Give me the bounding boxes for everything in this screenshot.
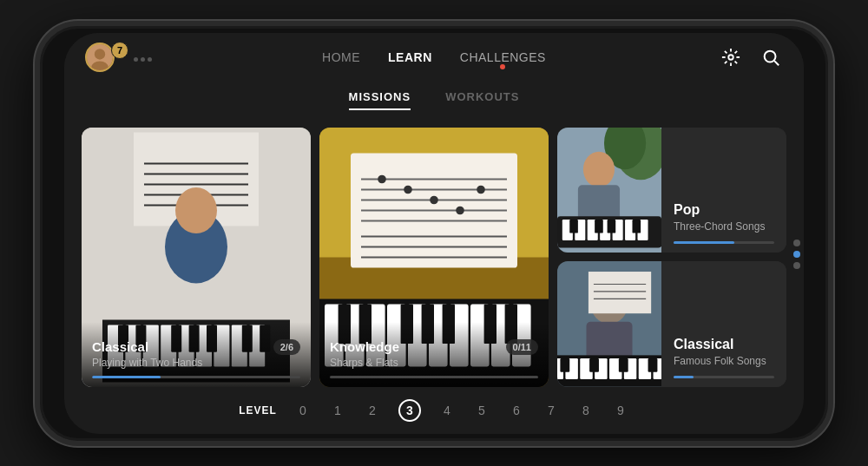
classical-folk-subtitle: Famous Folk Songs [674,355,774,367]
classical-folk-title: Classical [674,337,774,352]
svg-point-43 [378,174,386,183]
svg-point-46 [456,206,464,214]
device-wrapper: 7 HOME LEARN CHALLENGES [35,21,833,446]
pop-title: Pop [674,202,774,218]
card-subtitle: Playing with Two Hands [92,357,300,369]
svg-rect-82 [632,219,641,233]
svg-rect-86 [589,272,651,313]
header-dots [134,57,152,62]
level-6[interactable]: 6 [508,404,525,417]
search-icon[interactable] [759,45,783,69]
card-classical-folk[interactable]: Classical Famous Folk Songs [557,261,786,387]
content-tabs: MISSIONS WORKOUTS [64,82,804,119]
svg-point-4 [765,50,776,62]
avatar[interactable] [85,43,115,72]
nav-home[interactable]: HOME [322,50,360,64]
svg-point-45 [430,195,438,204]
card-overlay: Classical 2/6 Playing with Two Hands [82,322,311,387]
tab-missions[interactable]: MISSIONS [349,90,411,110]
svg-line-5 [774,61,779,65]
card-title: Classical [92,339,148,354]
svg-rect-100 [589,358,599,372]
svg-rect-79 [569,219,578,233]
level-7[interactable]: 7 [542,404,560,417]
main-nav: HOME LEARN CHALLENGES [260,50,608,64]
tab-workouts[interactable]: WORKOUTS [445,90,519,110]
svg-rect-99 [560,358,569,372]
device-screen: 7 HOME LEARN CHALLENGES [64,33,804,434]
header-right [608,45,783,69]
pop-subtitle: Three-Chord Songs [674,220,774,233]
svg-point-44 [404,185,412,194]
card-classical-hands[interactable]: Classical 2/6 Playing with Two Hands [82,128,311,387]
svg-rect-102 [648,358,658,372]
header-left: 7 [85,43,260,72]
header: 7 HOME LEARN CHALLENGES [64,33,804,82]
level-1[interactable]: 1 [329,404,346,417]
svg-point-14 [175,187,217,233]
card-count: 2/6 [273,339,300,355]
scroll-indicator [793,240,800,269]
card-knowledge[interactable]: Knowledge 0/11 Sharps & Flats [319,128,549,387]
level-label: LEVEL [239,404,277,417]
level-8[interactable]: 8 [577,404,595,417]
knowledge-subtitle: Sharps & Flats [330,357,538,369]
nav-challenges[interactable]: CHALLENGES [460,50,546,64]
svg-point-69 [583,151,615,187]
svg-rect-101 [619,358,628,372]
device-frame: 7 HOME LEARN CHALLENGES [35,21,833,446]
card-overlay-knowledge: Knowledge 0/11 Sharps & Flats [319,322,549,387]
settings-icon[interactable] [719,45,743,69]
level-4[interactable]: 4 [438,404,456,417]
knowledge-count: 0/11 [506,339,538,355]
nav-learn[interactable]: LEARN [388,50,432,64]
level-badge: 7 [111,42,128,59]
classical-folk-progress [674,376,774,378]
svg-point-3 [728,55,733,60]
level-bar: LEVEL 0 1 2 3 4 5 6 7 8 9 [64,391,804,434]
svg-rect-80 [595,219,603,233]
card-pop[interactable]: Pop Three-Chord Songs [557,128,786,253]
level-9[interactable]: 9 [612,404,629,417]
level-2[interactable]: 2 [364,404,381,417]
svg-point-1 [95,49,105,59]
level-5[interactable]: 5 [473,404,490,417]
card-progress [92,376,300,378]
knowledge-progress [330,376,538,378]
level-0[interactable]: 0 [294,404,312,417]
svg-rect-81 [608,219,616,233]
svg-point-47 [477,185,485,194]
pop-progress [674,241,774,244]
level-3[interactable]: 3 [398,399,421,422]
knowledge-title: Knowledge [330,339,399,354]
